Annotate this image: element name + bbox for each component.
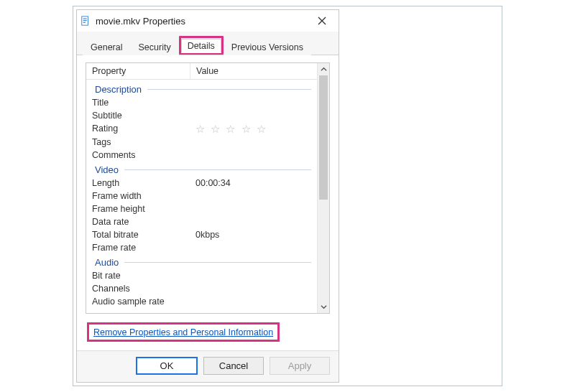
svg-rect-3 <box>83 22 86 23</box>
value-rating: ☆ ☆ ☆ ☆ ☆ <box>190 122 317 136</box>
label-total-bitrate: Total bitrate <box>86 228 190 241</box>
value-data-rate <box>190 215 317 228</box>
row-channels[interactable]: Channels <box>86 282 317 295</box>
label-channels: Channels <box>86 282 190 295</box>
row-data-rate[interactable]: Data rate <box>86 215 317 228</box>
svg-rect-1 <box>83 19 87 19</box>
titlebar: movie.mkv Properties <box>77 10 339 32</box>
file-icon <box>80 15 91 27</box>
row-title[interactable]: Title <box>86 96 317 109</box>
remove-properties-link[interactable]: Remove Properties and Personal Informati… <box>93 327 273 337</box>
label-comments: Comments <box>86 149 190 162</box>
tab-general[interactable]: General <box>83 39 130 55</box>
value-comments <box>190 149 317 162</box>
value-frame-width <box>190 190 317 202</box>
close-icon <box>318 17 326 25</box>
properties-dialog: movie.mkv Properties General Security De… <box>76 9 339 383</box>
label-length: Length <box>86 177 190 190</box>
row-tags[interactable]: Tags <box>86 136 317 149</box>
close-button[interactable] <box>308 11 336 31</box>
group-video-label: Video <box>95 164 119 175</box>
group-video: Video <box>86 162 317 177</box>
list-header: Property Value <box>86 63 317 80</box>
scroll-up-button[interactable] <box>318 63 329 75</box>
highlight-remove-link: Remove Properties and Personal Informati… <box>87 322 280 342</box>
label-frame-rate: Frame rate <box>86 241 190 254</box>
value-bit-rate <box>190 269 317 282</box>
scroll-down-button[interactable] <box>318 301 329 313</box>
value-audio-sample-rate <box>190 295 317 308</box>
value-tags <box>190 136 317 149</box>
window-title: movie.mkv Properties <box>96 16 308 27</box>
cancel-button[interactable]: Cancel <box>203 357 264 375</box>
group-audio: Audio <box>86 254 317 269</box>
group-description: Description <box>86 81 317 96</box>
row-frame-height[interactable]: Frame height <box>86 202 317 215</box>
row-total-bitrate[interactable]: Total bitrate 0kbps <box>86 228 317 241</box>
label-rating: Rating <box>86 122 190 136</box>
svg-rect-2 <box>83 20 87 21</box>
row-comments[interactable]: Comments <box>86 149 317 162</box>
label-audio-sample-rate: Audio sample rate <box>86 295 190 308</box>
label-title: Title <box>86 96 190 109</box>
dialog-buttons: OK Cancel Apply <box>77 350 339 382</box>
label-data-rate: Data rate <box>86 215 190 228</box>
value-channels <box>190 282 317 295</box>
chevron-up-icon <box>321 66 327 73</box>
value-length: 00:00:34 <box>190 177 317 190</box>
scroll-track[interactable] <box>318 75 329 301</box>
label-frame-width: Frame width <box>86 190 190 202</box>
scrollbar[interactable] <box>317 63 329 313</box>
group-description-label: Description <box>95 84 142 95</box>
value-total-bitrate: 0kbps <box>190 228 317 241</box>
ok-button[interactable]: OK <box>136 357 198 375</box>
highlight-details-tab: Details <box>179 36 224 55</box>
value-frame-rate <box>190 241 317 254</box>
value-title <box>190 96 317 109</box>
row-frame-width[interactable]: Frame width <box>86 190 317 202</box>
apply-button: Apply <box>270 357 330 375</box>
label-frame-height: Frame height <box>86 202 190 215</box>
chevron-down-icon <box>321 304 327 310</box>
tab-bar: General Security Details Previous Versio… <box>77 32 339 55</box>
label-tags: Tags <box>86 136 190 149</box>
tab-details[interactable]: Details <box>181 39 221 53</box>
column-header-property[interactable]: Property <box>86 63 190 79</box>
row-subtitle[interactable]: Subtitle <box>86 109 317 122</box>
row-length[interactable]: Length 00:00:34 <box>86 177 317 190</box>
tab-previous-versions[interactable]: Previous Versions <box>224 39 311 55</box>
label-subtitle: Subtitle <box>86 109 190 122</box>
details-list: Property Value Description Title <box>86 62 330 314</box>
value-frame-height <box>190 202 317 215</box>
row-audio-sample-rate[interactable]: Audio sample rate <box>86 295 317 308</box>
scroll-thumb[interactable] <box>319 75 328 200</box>
group-audio-label: Audio <box>95 257 119 268</box>
column-header-value[interactable]: Value <box>190 63 317 79</box>
row-bit-rate[interactable]: Bit rate <box>86 269 317 282</box>
label-bit-rate: Bit rate <box>86 269 190 282</box>
value-subtitle <box>190 109 317 122</box>
row-rating[interactable]: Rating ☆ ☆ ☆ ☆ ☆ <box>86 122 317 136</box>
row-frame-rate[interactable]: Frame rate <box>86 241 317 254</box>
tab-security[interactable]: Security <box>130 39 178 55</box>
